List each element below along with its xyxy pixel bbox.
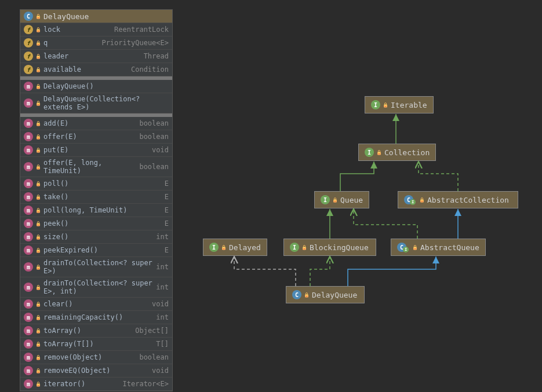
method-type: Object[] [135,327,169,335]
method-icon [24,326,33,335]
method-name: drainTo(Collection<? super E>, int) [43,279,156,295]
method-type: int [156,313,169,321]
method-icon [24,232,33,241]
lock-icon [35,120,41,126]
method-icon [24,219,33,228]
method-row[interactable]: take()E [20,190,172,204]
method-row[interactable]: poll(long, TimeUnit)E [20,204,172,217]
method-name: poll() [43,179,165,188]
node-label: Queue [340,196,363,204]
lock-icon [35,53,41,59]
method-row[interactable]: size()int [20,230,172,244]
method-icon [24,313,33,322]
method-row[interactable]: remove(Object)boolean [20,351,172,364]
field-icon [24,25,33,34]
method-name: toArray(T[]) [43,340,156,348]
method-icon [24,206,33,215]
lock-icon [221,244,227,250]
method-type: boolean [139,119,169,127]
method-type: E [165,179,169,188]
method-type: E [165,206,169,214]
lock-icon [35,368,41,373]
lock-icon [35,234,41,240]
method-type: void [152,146,169,154]
method-row[interactable]: peek()E [20,217,172,230]
lock-icon [304,292,310,298]
lock-icon [35,381,41,387]
method-row[interactable]: drainTo(Collection<? super E>)int [20,257,172,277]
field-name: q [43,39,101,47]
field-row[interactable]: qPriorityQueue<E> [20,36,172,50]
method-type: E [165,219,169,228]
field-name: leader [43,52,144,60]
method-row[interactable]: toArray()Object[] [20,324,172,338]
lock-icon [35,147,41,153]
method-name: removeEQ(Object) [43,367,152,375]
node-blockingqueue[interactable]: BlockingQueue [283,239,376,256]
method-row[interactable]: offer(E)boolean [20,130,172,144]
method-row[interactable]: DelayQueue(Collection<? extends E>) [20,93,172,113]
node-label: BlockingQueue [310,243,369,252]
lock-icon [35,13,41,19]
method-row[interactable]: offer(E, long, TimeUnit)boolean [20,157,172,177]
node-iterable[interactable]: Iterable [365,96,434,113]
method-type: E [165,246,169,254]
node-label: Delayed [229,243,261,252]
method-icon [24,379,33,389]
interface-icon [321,195,330,204]
node-collection[interactable]: Collection [358,144,436,161]
lock-icon [35,284,41,290]
method-icon [24,283,33,292]
method-row[interactable]: poll()E [20,177,172,190]
field-row[interactable]: lockReentrantLock [20,23,172,36]
field-row[interactable]: leaderThread [20,50,172,63]
node-delayqueue[interactable]: DelayQueue [286,286,365,303]
method-type: Iterator<E> [123,380,169,388]
method-row[interactable]: removeEQ(Object)void [20,364,172,378]
method-row[interactable]: remainingCapacity()int [20,311,172,324]
field-row[interactable]: availableCondition [20,63,172,76]
method-type: boolean [139,163,169,171]
method-icon [24,162,33,171]
method-type: void [152,367,169,375]
lock-icon [35,221,41,226]
lock-icon [35,181,41,186]
method-row[interactable]: iterator()Iterator<E> [20,378,172,391]
method-row[interactable]: clear()void [20,298,172,311]
method-row[interactable]: add(E)boolean [20,117,172,130]
method-row[interactable]: put(E)void [20,144,172,157]
method-row[interactable]: drainTo(Collection<? super E>, int)int [20,277,172,298]
method-icon [24,119,33,128]
lock-icon [376,149,382,155]
method-name: peek() [43,219,165,228]
method-row[interactable]: toArray(T[])T[] [20,338,172,351]
method-icon [24,299,33,309]
node-queue[interactable]: Queue [314,191,369,208]
node-delayed[interactable]: Delayed [203,239,267,256]
field-type: Thread [144,52,169,60]
method-name: take() [43,193,165,201]
node-label: Iterable [391,101,427,109]
lock-icon [383,102,388,108]
hierarchy-diagram: IterableCollectionQueueAbstractCollectio… [180,0,542,392]
method-row[interactable]: peekExpired()E [20,244,172,257]
abstract-overlay-icon [410,199,416,205]
method-name: DelayQueue(Collection<? extends E>) [43,95,169,111]
method-icon [24,82,33,91]
lock-icon [412,244,418,250]
interface-icon [365,148,374,157]
method-name: remainingCapacity() [43,313,156,321]
lock-icon [35,247,41,253]
node-abstractqueue[interactable]: AbstractQueue [391,239,486,256]
node-abstractcollection[interactable]: AbstractCollection [398,191,518,208]
field-type: PriorityQueue<E> [101,39,169,47]
lock-icon [332,197,338,203]
lock-icon [35,328,41,334]
method-name: size() [43,233,156,241]
method-type: void [152,300,169,308]
method-name: iterator() [43,380,123,388]
method-row[interactable]: DelayQueue() [20,80,172,93]
method-type: int [156,233,169,241]
lock-icon [35,40,41,46]
method-name: toArray() [43,327,135,335]
